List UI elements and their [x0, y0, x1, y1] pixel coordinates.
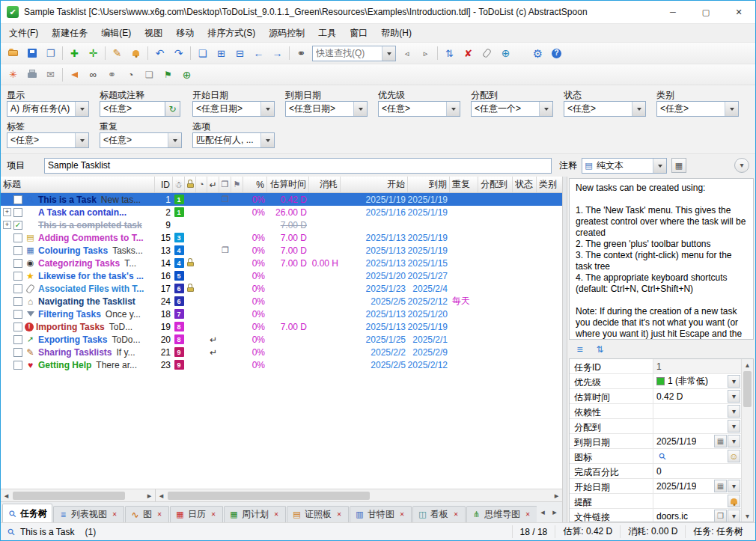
- dropdown-button[interactable]: [382, 46, 395, 61]
- scroll-left-button[interactable]: ◂: [1, 490, 12, 501]
- task-row[interactable]: ⌂Navigating the Tasklist2460%2025/2/5202…: [1, 295, 562, 308]
- scrollbar-thumb[interactable]: [13, 492, 125, 500]
- set-reminder-button[interactable]: [126, 45, 145, 62]
- attribute-value[interactable]: 2025/1/19▦▾: [653, 434, 742, 448]
- column-header-est[interactable]: 估算时间: [267, 177, 309, 192]
- task-checkbox[interactable]: ✓: [13, 221, 22, 230]
- dropdown-button[interactable]: [539, 102, 552, 116]
- tab-close-button[interactable]: ✕: [272, 510, 281, 519]
- column-header-pct[interactable]: %: [243, 177, 267, 192]
- dropdown-button[interactable]: [260, 133, 274, 147]
- task-checkbox[interactable]: [13, 208, 22, 217]
- attribute-value[interactable]: ⚲☺: [653, 449, 742, 463]
- filter-combo[interactable]: <任意>: [656, 101, 739, 117]
- task-row[interactable]: Filtering TasksOnce y...1870%2025/1/1320…: [1, 308, 562, 320]
- project-title-input[interactable]: [44, 158, 552, 174]
- task-row[interactable]: ➚Exporting TasksToDo...208↵0%2025/1/2520…: [1, 333, 562, 346]
- doc-button[interactable]: ❏: [140, 66, 159, 83]
- bell-button[interactable]: [728, 495, 740, 507]
- dropdown-button[interactable]: [653, 159, 666, 173]
- back-button[interactable]: ←: [249, 45, 268, 62]
- web-button[interactable]: ⊕: [177, 66, 196, 83]
- tab-close-button[interactable]: ✕: [523, 510, 532, 519]
- tag-button[interactable]: ⚑: [159, 66, 177, 83]
- dropdown-button[interactable]: ▾: [728, 435, 740, 447]
- scroll-down-button[interactable]: ▾: [742, 510, 753, 522]
- help-button[interactable]: ?: [547, 45, 566, 62]
- attribute-value[interactable]: [653, 494, 742, 508]
- filter-combo[interactable]: 匹配任何人, ...: [192, 132, 275, 148]
- attribute-value[interactable]: ▾: [653, 419, 742, 433]
- glasses-button[interactable]: ∞: [84, 66, 103, 83]
- preferences-button[interactable]: ⚙: [528, 45, 547, 62]
- tab-week[interactable]: ▦周计划✕: [224, 506, 286, 522]
- tab-calendar[interactable]: ▦日历✕: [170, 506, 223, 522]
- minimize-button[interactable]: ─: [656, 1, 689, 23]
- menu-item[interactable]: 帮助(H): [374, 24, 418, 43]
- tab-close-button[interactable]: ✕: [335, 510, 344, 519]
- expander[interactable]: +: [3, 208, 11, 216]
- task-checkbox[interactable]: [13, 297, 22, 306]
- task-checkbox[interactable]: [13, 310, 22, 319]
- quickfind-next-button[interactable]: ▹: [416, 45, 435, 62]
- tab-close-button[interactable]: ✕: [155, 510, 164, 519]
- tab-close-button[interactable]: ✕: [209, 510, 218, 519]
- email-button[interactable]: ✉: [41, 66, 60, 83]
- new-task-button[interactable]: ✚: [65, 45, 84, 62]
- task-checkbox[interactable]: [13, 335, 22, 344]
- menu-item[interactable]: 排序方式(S): [201, 24, 262, 43]
- scroll-right-button[interactable]: ▸: [144, 490, 155, 501]
- forward-button[interactable]: →: [268, 45, 287, 62]
- dropdown-button[interactable]: ▾: [728, 375, 740, 388]
- asterisk-button[interactable]: ✳: [4, 66, 22, 83]
- filter-combo[interactable]: <任意一个>: [471, 101, 553, 117]
- filter-combo[interactable]: <任意日期>: [285, 101, 368, 117]
- filter-combo[interactable]: <任意>: [7, 132, 89, 148]
- calendar-button[interactable]: ▦: [714, 480, 727, 492]
- column-header-lock[interactable]: [185, 177, 196, 192]
- dropdown-button[interactable]: [75, 133, 88, 147]
- task-checkbox[interactable]: [13, 323, 22, 331]
- column-header-due[interactable]: 到期: [408, 177, 450, 192]
- tab-list[interactable]: ≡列表视图✕: [53, 506, 124, 522]
- task-checkbox[interactable]: [13, 195, 22, 204]
- task-checkbox[interactable]: [13, 246, 22, 255]
- filter-refresh-button[interactable]: ↻: [165, 101, 180, 117]
- attribute-value[interactable]: ▾: [653, 404, 742, 418]
- menu-item[interactable]: 移动: [169, 24, 201, 43]
- copy-task-button[interactable]: ❐: [41, 45, 60, 62]
- filter-title-input[interactable]: [100, 101, 165, 117]
- tab-tree[interactable]: ⚲任务树: [2, 504, 52, 522]
- attribute-value[interactable]: 0: [653, 464, 742, 478]
- dropdown-button[interactable]: [168, 133, 181, 147]
- dropdown-button[interactable]: [353, 102, 367, 116]
- menu-item[interactable]: 工具: [311, 24, 343, 43]
- column-header-spent[interactable]: 消耗: [309, 177, 341, 192]
- task-row[interactable]: ⚲This is a TaskNew tas...11❐0%0.42 D2025…: [1, 193, 562, 206]
- menu-item[interactable]: 视图: [138, 24, 169, 43]
- group-attributes-button[interactable]: ≡: [570, 340, 589, 358]
- maximize-button[interactable]: ▢: [689, 1, 722, 23]
- collapse-all-button[interactable]: ⊟: [231, 45, 249, 62]
- tab-gantt[interactable]: ▥甘特图✕: [350, 506, 412, 522]
- smiley-button[interactable]: ☺: [728, 450, 740, 462]
- filter-combo[interactable]: <任意日期>: [192, 101, 275, 117]
- column-header-ret[interactable]: ↵: [207, 177, 219, 192]
- comments-format-combo[interactable]: ▤ 纯文本: [582, 158, 667, 174]
- filter-combo[interactable]: <任意>: [378, 101, 460, 117]
- new-tasklist-button[interactable]: [4, 45, 22, 62]
- column-header-pri[interactable]: ☃: [173, 177, 185, 192]
- task-checkbox[interactable]: [13, 233, 22, 242]
- menu-item[interactable]: 窗口: [343, 24, 374, 43]
- column-header-cat[interactable]: 类别: [537, 177, 562, 192]
- scroll-left-button[interactable]: ◂: [156, 490, 167, 501]
- dropdown-button[interactable]: [260, 102, 274, 116]
- task-checkbox[interactable]: [13, 284, 22, 293]
- vertical-splitter[interactable]: [562, 177, 567, 522]
- attribute-value[interactable]: 1 (非常低)▾: [653, 374, 742, 388]
- columns-hscrollbar[interactable]: ◂ ▸: [156, 489, 562, 501]
- task-checkbox[interactable]: [13, 259, 22, 268]
- column-header-start[interactable]: 开始: [341, 177, 408, 192]
- column-header-file[interactable]: ❐: [219, 177, 231, 192]
- timer-button[interactable]: ◔: [121, 66, 140, 83]
